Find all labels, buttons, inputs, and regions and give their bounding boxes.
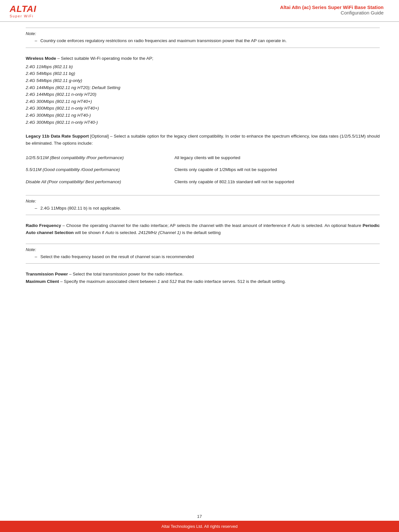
- radio-freq-text5: is the default setting: [181, 230, 221, 235]
- legacy-intro: Legacy 11b Data Rate Support [Optional] …: [26, 133, 380, 147]
- transmission-label: Transmission Power: [26, 272, 68, 276]
- mode-list: 2.4G 11Mbps (802.11 b) 2.4G 54Mbps (802.…: [26, 63, 380, 126]
- mode-item-2: 2.4G 54Mbps (802.11 g-only): [26, 77, 380, 84]
- note1-title: Note:: [26, 31, 380, 36]
- max-client-italic2: 512: [169, 279, 177, 284]
- note1-text: Country code enforces regulatory restric…: [41, 37, 287, 44]
- note2-box: Note: – 2.4G 11Mbps (802.11 b) is not ap…: [26, 195, 380, 215]
- header: ALTAI Super WiFi Altai A8n (ac) Series S…: [0, 0, 399, 22]
- wireless-mode-intro-text: – Select suitable Wi-Fi operating mode f…: [56, 56, 153, 61]
- legacy-row-2: Disable All (Poor compatibility/ Best pe…: [26, 176, 380, 188]
- legacy-row-1: 5.5/11M (Good compatibility /Good perfor…: [26, 164, 380, 176]
- radio-freq-text: Radio Frequency – Choose the operating c…: [26, 222, 380, 237]
- radio-freq-auto2: Auto: [105, 230, 114, 235]
- max-client-text1: – Specify the maximum associated client …: [59, 279, 158, 284]
- mode-item-0: 2.4G 11Mbps (802.11 b): [26, 63, 380, 70]
- legacy-row-0: 1/2/5.5/11M (Best compatibility /Poor pe…: [26, 152, 380, 164]
- content: Note: – Country code enforces regulatory…: [0, 22, 399, 511]
- note1-box: Note: – Country code enforces regulatory…: [26, 28, 380, 48]
- legacy-optional: [Optional]: [89, 134, 109, 139]
- footer-text: Altai Technologies Ltd. All rights reser…: [161, 524, 238, 529]
- note3-title: Note:: [26, 247, 380, 252]
- legacy-col2-1: Clients only capable of 1/2Mbps will not…: [174, 164, 380, 176]
- legacy-col1-2: Disable All (Poor compatibility/ Best pe…: [26, 176, 174, 188]
- legacy-col1-1: 5.5/11M (Good compatibility /Good perfor…: [26, 164, 174, 176]
- transmission-text: Transmission Power – Select the total tr…: [26, 271, 380, 278]
- note3-text: Select the radio frequency based on the …: [41, 253, 194, 260]
- legacy-col1-0: 1/2/5.5/11M (Best compatibility /Poor pe…: [26, 152, 174, 164]
- mode-item-7: 2.4G 300Mbps (802.11 ng HT40-): [26, 112, 380, 119]
- wireless-mode-label: Wireless Mode: [26, 56, 56, 61]
- radio-freq-text2: is selected. An optional feature: [300, 223, 363, 228]
- max-client-text: Maximum Client – Specify the maximum ass…: [26, 278, 380, 285]
- radio-freq-label: Radio Frequency: [26, 223, 61, 228]
- header-guide: Configuration Guide: [280, 10, 384, 15]
- page-number: 17: [0, 511, 399, 521]
- logo-main: ALTAI: [10, 5, 36, 14]
- legacy-table: 1/2/5.5/11M (Best compatibility /Poor pe…: [26, 152, 380, 188]
- note3-item: – Select the radio frequency based on th…: [26, 253, 380, 260]
- legacy-col2-0: All legacy clients will be supported: [174, 152, 380, 164]
- logo-sub: Super WiFi: [10, 14, 33, 18]
- note1-dash: –: [35, 37, 37, 44]
- page-wrapper: ALTAI Super WiFi Altai A8n (ac) Series S…: [0, 0, 399, 532]
- max-client-text2: and: [160, 279, 169, 284]
- note2-title: Note:: [26, 199, 380, 203]
- wireless-mode-section: Wireless Mode – Select suitable Wi-Fi op…: [26, 55, 380, 126]
- radio-freq-text4: is selected.: [114, 230, 138, 235]
- mode-item-8: 2.4G 300Mbps (802.11 n-only HT40-): [26, 119, 380, 126]
- mode-item-1: 2.4G 54Mbps (802.11 bg): [26, 70, 380, 77]
- note2-text: 2.4G 11Mbps (802.11 b) is not applicable…: [41, 205, 121, 212]
- transmission-section: Transmission Power – Select the total tr…: [26, 271, 380, 285]
- note3-dash: –: [35, 253, 37, 260]
- mode-item-6: 2.4G 300Mbps (802.11 n-only HT40+): [26, 105, 380, 112]
- logo-area: ALTAI Super WiFi: [10, 5, 36, 18]
- max-client-label: Maximum Client: [26, 279, 59, 284]
- note2-item: – 2.4G 11Mbps (802.11 b) is not applicab…: [26, 205, 380, 212]
- mode-item-5: 2.4G 300Mbps (802.11 ng HT40+): [26, 98, 380, 105]
- radio-freq-section: Radio Frequency – Choose the operating c…: [26, 222, 380, 237]
- radio-freq-auto1: Auto: [291, 223, 300, 228]
- header-title-area: Altai A8n (ac) Series Super WiFi Base St…: [280, 5, 384, 15]
- transmission-body: – Select the total transmission power fo…: [68, 272, 183, 276]
- mode-item-4: 2.4G 144Mbps (802.11 n-only HT20): [26, 91, 380, 98]
- note2-dash: –: [35, 205, 37, 212]
- legacy-section: Legacy 11b Data Rate Support [Optional] …: [26, 133, 380, 188]
- mode-item-3: 2.4G 144Mbps (802.11 ng HT20); Default S…: [26, 84, 380, 91]
- note3-box: Note: – Select the radio frequency based…: [26, 244, 380, 264]
- radio-freq-text3: will be shown if: [74, 230, 105, 235]
- header-product: Altai A8n (ac) Series Super WiFi Base St…: [280, 5, 384, 10]
- legacy-col2-2: Clients only capable of 802.11b standard…: [174, 176, 380, 188]
- note1-item: – Country code enforces regulatory restr…: [26, 37, 380, 44]
- radio-freq-text1: – Choose the operating channel for the r…: [61, 223, 291, 228]
- legacy-label: Legacy 11b Data Rate Support: [26, 134, 89, 139]
- wireless-mode-intro: Wireless Mode – Select suitable Wi-Fi op…: [26, 55, 380, 62]
- max-client-text3: that the radio interface serves. 512 is …: [177, 279, 286, 284]
- footer: Altai Technologies Ltd. All rights reser…: [0, 521, 399, 532]
- radio-freq-italic-default: 2412MHz (Channel 1): [138, 230, 181, 235]
